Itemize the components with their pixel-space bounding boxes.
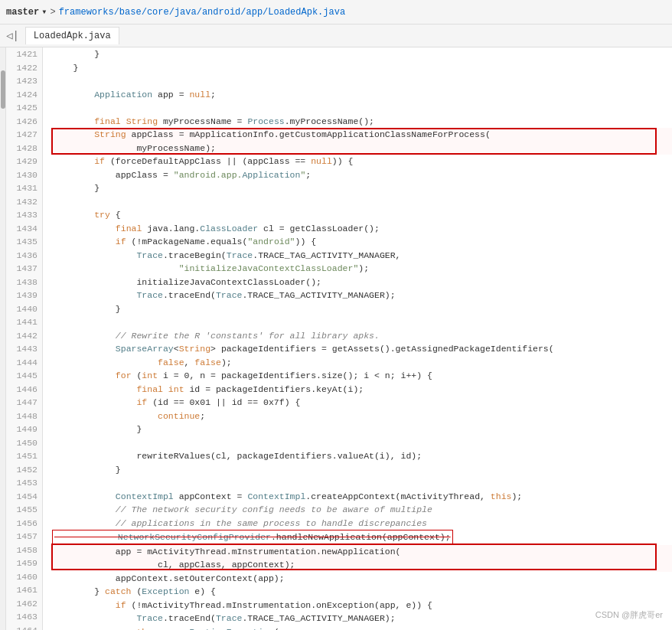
code-line: if (forceDefaultAppClass || (appClass ==… (52, 155, 672, 168)
code-line: throw new RuntimeException( (52, 625, 672, 631)
code-line (52, 436, 672, 450)
line-number: 1447 (9, 396, 38, 410)
editor-area: 1421142214231424142514261427142814291430… (0, 47, 672, 630)
code-line: try { (52, 208, 672, 222)
code-line: } (52, 423, 672, 436)
line-number: 1464 (9, 624, 38, 631)
code-line (52, 476, 672, 490)
code-line: final java.lang.ClassLoader cl = getClas… (52, 222, 672, 236)
line-number: 1445 (9, 369, 38, 383)
code-line: if (!mActivityThread.mInstrumentation.on… (52, 599, 672, 612)
code-line: SparseArray<String> packageIdentifiers =… (52, 342, 672, 356)
code-line: "initializeJavaContextClassLoader"); (52, 262, 672, 276)
line-number: 1451 (9, 449, 38, 463)
code-line: ContextImpl appContext = ContextImpl.cre… (52, 490, 672, 504)
code-line: for (int i = 0, n = packageIdentifiers.s… (52, 369, 672, 383)
line-number: 1461 (9, 583, 38, 597)
line-number: 1423 (9, 74, 38, 88)
line-number: 1438 (9, 276, 38, 289)
branch-label: master (6, 7, 39, 18)
line-number: 1457 (9, 530, 38, 543)
file-path: frameworks/base/core/java/android/app/Lo… (59, 7, 345, 18)
branch-chevron-icon: ▾ (41, 6, 47, 18)
code-line: initializeJavaContextClassLoader(); (52, 276, 672, 289)
line-number: 1453 (9, 476, 38, 490)
line-number: 1433 (9, 208, 38, 222)
code-line: continue; (52, 410, 672, 423)
code-line: if (id == 0x01 || id == 0x7f) { (52, 396, 672, 410)
line-number: 1458 (9, 543, 38, 557)
line-number: 1459 (9, 557, 38, 570)
collapse-icon[interactable]: ◁| (6, 29, 19, 42)
code-line (52, 74, 672, 88)
line-number: 1444 (9, 356, 38, 370)
code-line: Application app = null; (52, 88, 672, 102)
line-number: 1454 (9, 490, 38, 504)
line-number: 1440 (9, 302, 38, 316)
code-line: myProcessName); (52, 142, 672, 155)
breadcrumb-separator: > (50, 7, 55, 18)
line-number: 1462 (9, 597, 38, 611)
line-number: 1425 (9, 101, 38, 115)
code-line: cl, appClass, appContext); (52, 558, 672, 572)
code-line: NetworkSecurityConfigProvider.handleNewA… (52, 530, 672, 545)
tab-bar: ◁| LoadedApk.java (0, 24, 672, 47)
watermark: CSDN @胖虎哥er (595, 609, 663, 621)
line-number: 1437 (9, 262, 38, 276)
line-number: 1446 (9, 383, 38, 397)
line-number: 1436 (9, 249, 38, 263)
code-line: } (52, 61, 672, 75)
scroll-indicator[interactable] (0, 47, 6, 630)
code-line: final int id = packageIdentifiers.keyAt(… (52, 383, 672, 397)
code-line: // Rewrite the R 'constants' for all lib… (52, 329, 672, 343)
code-line: } (52, 181, 672, 195)
code-line: rewriteRValues(cl, packageIdentifiers.va… (52, 449, 672, 463)
line-number: 1432 (9, 195, 38, 209)
code-line (52, 101, 672, 115)
code-line: appClass = "android.app.Application"; (52, 168, 672, 182)
file-tab-label: LoadedApk.java (34, 31, 111, 41)
branch-selector[interactable]: master ▾ (6, 6, 47, 18)
line-number: 1424 (9, 88, 38, 102)
code-line (52, 195, 672, 209)
line-number: 1421 (9, 47, 38, 61)
line-number: 1431 (9, 181, 38, 195)
top-bar: master ▾ > frameworks/base/core/java/and… (0, 0, 672, 24)
code-line: final String myProcessName = Process.myP… (52, 115, 672, 129)
code-line: Trace.traceEnd(Trace.TRACE_TAG_ACTIVITY_… (52, 612, 672, 625)
code-line: } (52, 463, 672, 477)
breadcrumb: frameworks/base/core/java/android/app/Lo… (59, 7, 345, 18)
code-line: false, false); (52, 356, 672, 370)
code-line: if (!mPackageName.equals("android")) { (52, 235, 672, 249)
line-number: 1434 (9, 222, 38, 236)
line-number: 1448 (9, 410, 38, 423)
code-line: } (52, 302, 672, 316)
code-line: String appClass = mApplicationInfo.getCu… (52, 128, 672, 142)
line-number: 1435 (9, 235, 38, 249)
line-number: 1452 (9, 463, 38, 477)
line-number: 1463 (9, 610, 38, 624)
line-number: 1430 (9, 168, 38, 182)
code-line: app = mActivityThread.mInstrumentation.n… (52, 545, 672, 559)
scroll-thumb[interactable] (1, 70, 5, 109)
line-number: 1427 (9, 128, 38, 142)
line-number: 1428 (9, 142, 38, 155)
code-line: // The network security config needs to … (52, 503, 672, 517)
code-content: } } Application app = null; final String… (43, 47, 672, 630)
code-line: } (52, 47, 672, 61)
line-number: 1456 (9, 517, 38, 530)
line-number: 1449 (9, 423, 38, 436)
line-number: 1460 (9, 570, 38, 584)
branch-name[interactable]: master ▾ (6, 6, 47, 18)
line-number: 1439 (9, 289, 38, 302)
code-line: } catch (Exception e) { (52, 585, 672, 599)
code-line: // applications in the same process to h… (52, 517, 672, 530)
line-number: 1429 (9, 155, 38, 168)
code-line: Trace.traceEnd(Trace.TRACE_TAG_ACTIVITY_… (52, 289, 672, 302)
file-tab[interactable]: LoadedApk.java (25, 27, 119, 44)
line-number: 1442 (9, 329, 38, 343)
line-number: 1426 (9, 115, 38, 129)
line-number: 1441 (9, 315, 38, 329)
line-numbers: 1421142214231424142514261427142814291430… (6, 47, 43, 630)
line-number: 1443 (9, 342, 38, 356)
